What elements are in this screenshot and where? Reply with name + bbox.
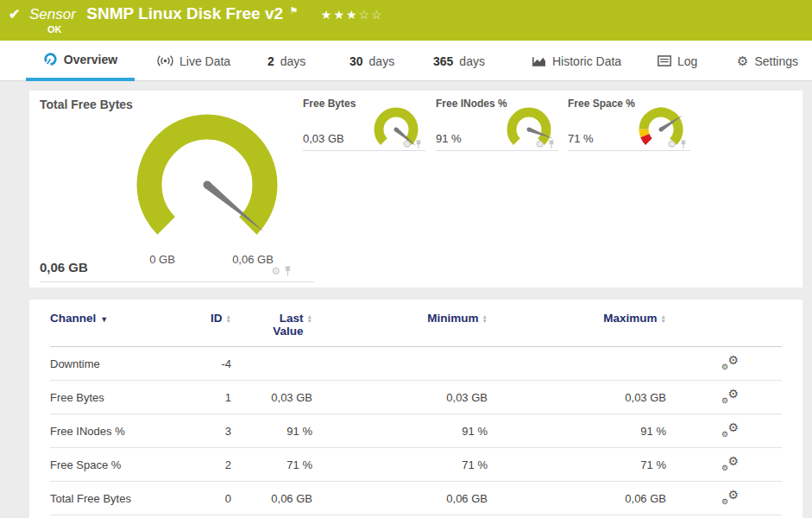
flag-icon[interactable]: ⚑ bbox=[290, 5, 299, 16]
tab-settings[interactable]: ⚙ Settings bbox=[733, 41, 802, 81]
tab-30-days[interactable]: 30 days bbox=[346, 41, 398, 81]
channel-settings-gears-icon[interactable]: ⚙⚙ bbox=[721, 422, 739, 437]
channel-id: -4 bbox=[162, 347, 231, 381]
gauge-icon bbox=[43, 52, 58, 66]
channel-name: Downtime bbox=[50, 347, 162, 381]
widget-pin-icon[interactable] bbox=[680, 140, 687, 149]
column-header-actions bbox=[666, 300, 782, 347]
channel-minimum: 91 % bbox=[312, 414, 488, 448]
sort-icon: ▲▼ bbox=[226, 314, 231, 323]
widget-pin-icon[interactable] bbox=[284, 266, 292, 276]
gauge-value: 91 % bbox=[436, 132, 462, 145]
sort-icon: ▲▼ bbox=[661, 314, 666, 323]
column-header-maximum[interactable]: Maximum▲▼ bbox=[488, 300, 666, 347]
channel-maximum: 71 % bbox=[488, 448, 666, 482]
gauge-widget-free-bytes: Free Bytes 0,03 GB ⚙ bbox=[303, 98, 425, 151]
widget-settings-gear-icon[interactable]: ⚙ bbox=[667, 139, 677, 149]
channel-last-value: 71 % bbox=[231, 448, 312, 482]
widget-settings-gear-icon[interactable]: ⚙ bbox=[535, 139, 544, 149]
status-ok-check-icon: ✔ bbox=[9, 6, 20, 22]
channel-settings-gears-icon[interactable]: ⚙⚙ bbox=[721, 388, 739, 403]
gauge-scale-max: 0,06 GB bbox=[218, 253, 287, 266]
channel-id: 3 bbox=[162, 414, 231, 448]
column-header-id[interactable]: ID▲▼ bbox=[162, 300, 231, 347]
gauge-widget-total-free-bytes: Total Free Bytes 0 GB 0,06 GB 0,06 GB ⚙ bbox=[40, 98, 314, 282]
tab-number: 365 bbox=[433, 54, 453, 68]
table-row-free-inodes: Free INodes % 3 91 % 91 % 91 % ⚙⚙ bbox=[50, 414, 782, 448]
column-header-channel[interactable]: Channel▼ bbox=[50, 300, 162, 347]
tab-365-days[interactable]: 365 days bbox=[430, 41, 488, 81]
tab-historic-data[interactable]: Historic Data bbox=[528, 41, 625, 81]
channel-settings-gears-icon[interactable]: ⚙⚙ bbox=[721, 355, 739, 370]
widget-settings-gear-icon[interactable]: ⚙ bbox=[271, 266, 280, 276]
tab-live-data[interactable]: Live Data bbox=[154, 41, 234, 81]
channel-last-value: 91 % bbox=[231, 414, 312, 448]
gauge-widget-free-space: Free Space % 71 % ⚙ bbox=[568, 98, 690, 151]
table-row-downtime: Downtime -4 ⚙⚙ bbox=[50, 347, 782, 381]
sort-icon: ▲▼ bbox=[307, 314, 312, 323]
tab-number: 2 bbox=[268, 54, 274, 68]
widget-pin-icon[interactable] bbox=[548, 140, 555, 149]
channel-name: Free Space % bbox=[50, 448, 162, 482]
channel-settings-gears-icon[interactable]: ⚙⚙ bbox=[721, 456, 739, 471]
stars-empty: ☆☆ bbox=[359, 8, 384, 22]
channel-minimum: 71 % bbox=[312, 448, 488, 482]
channel-minimum: 0,03 GB bbox=[312, 381, 488, 414]
tab-number: 30 bbox=[349, 54, 363, 68]
channel-name: Free INodes % bbox=[50, 414, 162, 448]
sensor-title: SNMP Linux Disk Free v2 bbox=[86, 4, 283, 22]
gauges-panel: Total Free Bytes 0 GB 0,06 GB 0,06 GB ⚙ … bbox=[29, 91, 803, 287]
tab-2-days[interactable]: 2 days bbox=[264, 41, 309, 81]
widget-settings-gear-icon[interactable]: ⚙ bbox=[402, 139, 412, 149]
table-row-free-bytes: Free Bytes 1 0,03 GB 0,03 GB 0,03 GB ⚙⚙ bbox=[50, 381, 782, 414]
channel-id: 2 bbox=[162, 448, 231, 482]
gauge-value: 0,03 GB bbox=[303, 132, 344, 145]
channel-id: 1 bbox=[162, 381, 231, 414]
channel-maximum: 0,06 GB bbox=[488, 482, 666, 515]
tab-label: days bbox=[369, 54, 395, 68]
channel-id: 0 bbox=[162, 482, 231, 515]
channel-maximum: 0,03 GB bbox=[488, 381, 666, 414]
gauge-scale-min: 0 GB bbox=[128, 253, 197, 266]
tab-label: Settings bbox=[754, 54, 798, 68]
gauge-value: 71 % bbox=[568, 132, 594, 145]
channel-last-value bbox=[231, 347, 312, 381]
channels-table: Channel▼ ID▲▼ Last Value▲▼ Minimum▲▼ Max… bbox=[50, 300, 782, 515]
log-list-icon bbox=[658, 55, 671, 66]
tab-label: Live Data bbox=[179, 54, 230, 68]
channel-minimum bbox=[312, 347, 488, 381]
tab-label: Overview bbox=[64, 53, 117, 66]
channel-name: Total Free Bytes bbox=[50, 482, 162, 515]
channel-last-value: 0,03 GB bbox=[231, 381, 312, 414]
area-chart-icon bbox=[532, 55, 546, 67]
table-row-total-free-bytes: Total Free Bytes 0 0,06 GB 0,06 GB 0,06 … bbox=[50, 482, 782, 515]
channel-settings-gears-icon[interactable]: ⚙⚙ bbox=[721, 490, 739, 504]
channel-last-value: 0,06 GB bbox=[231, 482, 312, 515]
tab-overview[interactable]: Overview bbox=[26, 41, 135, 81]
widget-pin-icon[interactable] bbox=[415, 140, 422, 149]
priority-stars[interactable]: ★★★☆☆ bbox=[321, 8, 384, 22]
gauge-widget-free-inodes: Free INodes % 91 % ⚙ bbox=[436, 98, 558, 151]
tab-label: Historic Data bbox=[552, 54, 621, 68]
status-badge: OK bbox=[47, 24, 62, 35]
sorted-desc-caret-icon: ▼ bbox=[100, 315, 108, 324]
tab-label: days bbox=[459, 54, 485, 68]
column-header-last-value[interactable]: Last Value▲▼ bbox=[231, 300, 312, 347]
stars-filled: ★★★ bbox=[321, 8, 359, 22]
gauge-value: 0,06 GB bbox=[40, 260, 88, 275]
column-header-minimum[interactable]: Minimum▲▼ bbox=[312, 300, 488, 347]
tab-log[interactable]: Log bbox=[654, 41, 701, 81]
total-free-bytes-gauge bbox=[116, 107, 299, 256]
sensor-header: ✔ Sensor SNMP Linux Disk Free v2 ⚑ ★★★☆☆… bbox=[0, 0, 812, 41]
table-row-free-space: Free Space % 2 71 % 71 % 71 % ⚙⚙ bbox=[50, 448, 782, 482]
channel-maximum: 91 % bbox=[488, 414, 666, 448]
object-kind-label: Sensor bbox=[29, 6, 76, 22]
tab-label: Log bbox=[677, 54, 697, 68]
table-header-row: Channel▼ ID▲▼ Last Value▲▼ Minimum▲▼ Max… bbox=[50, 300, 782, 347]
tab-bar: Overview Live Data 2 days 30 days 365 da… bbox=[0, 41, 812, 81]
sort-icon: ▲▼ bbox=[482, 314, 488, 323]
channel-maximum bbox=[488, 347, 666, 381]
gear-icon: ⚙ bbox=[737, 54, 748, 67]
channels-panel: Channel▼ ID▲▼ Last Value▲▼ Minimum▲▼ Max… bbox=[29, 300, 803, 518]
channel-minimum: 0,06 GB bbox=[312, 482, 488, 515]
